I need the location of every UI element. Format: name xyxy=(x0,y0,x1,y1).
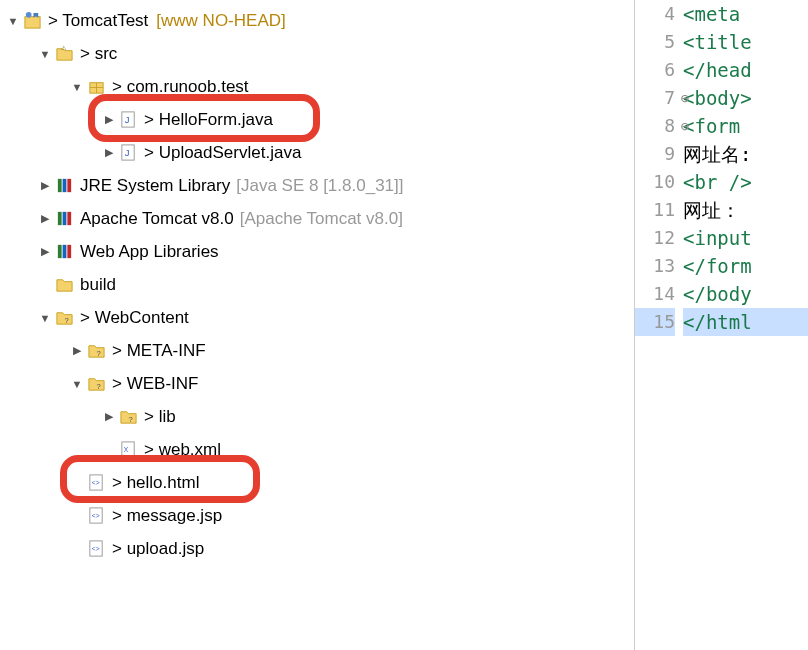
uploadservlet-label: > UploadServlet.java xyxy=(144,143,301,163)
hellohtml-file-node[interactable]: <> > hello.html xyxy=(4,466,634,499)
code-line[interactable]: </head xyxy=(683,56,808,84)
line-number: 10 xyxy=(635,168,675,196)
line-number: 13 xyxy=(635,252,675,280)
expand-arrow-icon[interactable] xyxy=(102,410,116,423)
helloform-label: > HelloForm.java xyxy=(144,110,273,130)
code-line[interactable]: 网址： xyxy=(683,196,808,224)
metainf-folder-node[interactable]: ? > META-INF xyxy=(4,334,634,367)
package-icon xyxy=(86,77,106,97)
jre-label: JRE System Library xyxy=(80,176,230,196)
code-line[interactable]: <input xyxy=(683,224,808,252)
line-number: 9 xyxy=(635,140,675,168)
lib-folder-node[interactable]: ? > lib xyxy=(4,400,634,433)
folder-icon: ? xyxy=(54,308,74,328)
folder-icon: ? xyxy=(86,341,106,361)
helloform-java-node[interactable]: J > HelloForm.java xyxy=(4,103,634,136)
uploadservlet-java-node[interactable]: J > UploadServlet.java xyxy=(4,136,634,169)
tomcat-label: Apache Tomcat v8.0 xyxy=(80,209,234,229)
build-label: build xyxy=(80,275,116,295)
package-node[interactable]: > com.runoob.test xyxy=(4,70,634,103)
code-line[interactable]: <title xyxy=(683,28,808,56)
package-label: > com.runoob.test xyxy=(112,77,249,97)
webxml-label: > web.xml xyxy=(144,440,221,460)
tomcat-library-node[interactable]: Apache Tomcat v8.0 [Apache Tomcat v8.0] xyxy=(4,202,634,235)
project-name-label: > TomcatTest xyxy=(48,11,148,31)
webinf-folder-node[interactable]: ? > WEB-INF xyxy=(4,367,634,400)
jre-decorator: [Java SE 8 [1.8.0_31]] xyxy=(236,176,403,196)
svg-text:<>: <> xyxy=(91,479,99,486)
project-decorator-label: [www NO-HEAD] xyxy=(156,11,285,31)
messagejsp-label: > message.jsp xyxy=(112,506,222,526)
jsp-file-icon: <> xyxy=(86,539,106,559)
line-number: 5 xyxy=(635,28,675,56)
expand-arrow-icon[interactable] xyxy=(102,113,116,126)
code-line[interactable]: <body> xyxy=(683,84,808,112)
hellohtml-label: > hello.html xyxy=(112,473,199,493)
jre-library-node[interactable]: JRE System Library [Java SE 8 [1.8.0_31]… xyxy=(4,169,634,202)
svg-rect-16 xyxy=(57,245,61,258)
metainf-label: > META-INF xyxy=(112,341,206,361)
svg-rect-11 xyxy=(62,179,66,192)
webapplibs-label: Web App Libraries xyxy=(80,242,219,262)
library-icon xyxy=(54,209,74,229)
code-editor[interactable]: 456789101112131415 <meta<title</head<bod… xyxy=(635,0,808,650)
java-file-icon: J xyxy=(118,143,138,163)
src-folder-icon: ⚠ xyxy=(54,44,74,64)
webcontent-folder-node[interactable]: ? > WebContent xyxy=(4,301,634,334)
jsp-file-icon: <> xyxy=(86,506,106,526)
expand-arrow-icon[interactable] xyxy=(70,378,84,390)
code-line[interactable]: 网址名: xyxy=(683,140,808,168)
expand-arrow-icon[interactable] xyxy=(38,179,52,192)
expand-arrow-icon[interactable] xyxy=(6,15,20,27)
svg-text:J: J xyxy=(124,114,129,125)
line-number: 14 xyxy=(635,280,675,308)
messagejsp-file-node[interactable]: <> > message.jsp xyxy=(4,499,634,532)
expand-arrow-icon[interactable] xyxy=(38,48,52,60)
editor-gutter: 456789101112131415 xyxy=(635,0,683,650)
expand-arrow-icon[interactable] xyxy=(70,81,84,93)
code-line[interactable]: <meta xyxy=(683,0,808,28)
expand-arrow-icon[interactable] xyxy=(38,312,52,324)
code-line[interactable]: </body xyxy=(683,280,808,308)
java-file-icon: J xyxy=(118,110,138,130)
expand-arrow-icon[interactable] xyxy=(70,344,84,357)
src-folder-node[interactable]: ⚠ > src xyxy=(4,37,634,70)
editor-code-area[interactable]: <meta<title</head<body><form网址名:<br />网址… xyxy=(683,0,808,650)
code-line[interactable]: <form xyxy=(683,112,808,140)
svg-text:?: ? xyxy=(96,382,100,391)
svg-text:X: X xyxy=(123,446,128,453)
expand-arrow-icon[interactable] xyxy=(38,245,52,258)
line-number: 4 xyxy=(635,0,675,28)
svg-text:J: J xyxy=(124,147,129,158)
code-line[interactable]: </html xyxy=(683,308,808,336)
code-line[interactable]: </form xyxy=(683,252,808,280)
line-number: 11 xyxy=(635,196,675,224)
folder-icon: ? xyxy=(86,374,106,394)
line-number: 12 xyxy=(635,224,675,252)
svg-rect-14 xyxy=(62,212,66,225)
project-root-node[interactable]: > TomcatTest [www NO-HEAD] xyxy=(4,4,634,37)
webcontent-label: > WebContent xyxy=(80,308,189,328)
library-icon xyxy=(54,176,74,196)
svg-rect-17 xyxy=(62,245,66,258)
html-file-icon: <> xyxy=(86,473,106,493)
svg-point-1 xyxy=(25,12,31,18)
uploadjsp-label: > upload.jsp xyxy=(112,539,204,559)
code-line[interactable]: <br /> xyxy=(683,168,808,196)
webapplibs-node[interactable]: Web App Libraries xyxy=(4,235,634,268)
uploadjsp-file-node[interactable]: <> > upload.jsp xyxy=(4,532,634,565)
line-number: 15 xyxy=(635,308,675,336)
line-number: 7 xyxy=(635,84,675,112)
webinf-label: > WEB-INF xyxy=(112,374,198,394)
xml-file-icon: X xyxy=(118,440,138,460)
svg-rect-13 xyxy=(57,212,61,225)
build-folder-node[interactable]: build xyxy=(4,268,634,301)
src-label: > src xyxy=(80,44,117,64)
expand-arrow-icon[interactable] xyxy=(102,146,116,159)
svg-text:?: ? xyxy=(96,349,100,358)
lib-label: > lib xyxy=(144,407,176,427)
folder-icon: ? xyxy=(118,407,138,427)
svg-text:?: ? xyxy=(64,316,68,325)
webxml-file-node[interactable]: X > web.xml xyxy=(4,433,634,466)
expand-arrow-icon[interactable] xyxy=(38,212,52,225)
